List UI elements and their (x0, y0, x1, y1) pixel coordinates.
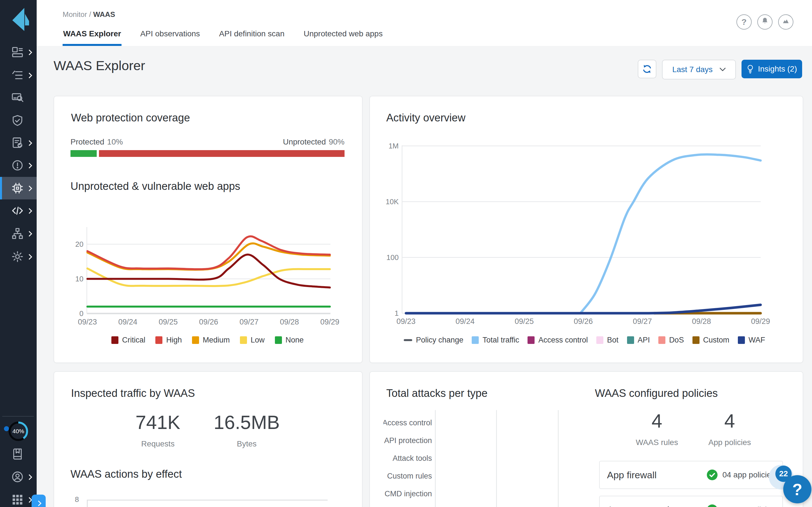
waas-rules-value: 4 (623, 410, 691, 432)
alert-circle-icon (11, 159, 24, 172)
bytes-stat: 16.5MB Bytes (207, 411, 286, 448)
svg-text:09/25: 09/25 (159, 318, 178, 326)
tab-api-definition-scan[interactable]: API definition scan (218, 27, 285, 46)
svg-text:09/29: 09/29 (751, 317, 770, 326)
app-policies-label: App policies (696, 438, 763, 447)
chevron-right-icon (27, 50, 32, 55)
legend-item-policy-change: Policy change (404, 336, 463, 344)
bytes-value: 16.5MB (207, 411, 286, 433)
page-title: WAAS Explorer (54, 58, 145, 73)
unprotected-label: Unprotected90% (283, 137, 345, 147)
svg-text:Access control: Access control (384, 418, 432, 427)
chevron-right-icon (27, 254, 32, 260)
prisma-cloud-logo[interactable] (8, 6, 29, 32)
lightbulb-icon (747, 64, 754, 74)
legend-item-bot: Bot (596, 336, 619, 344)
time-range-dropdown[interactable]: Last 7 days (662, 60, 736, 79)
legend-item-custom: Custom (693, 336, 729, 344)
tab-api-observations[interactable]: API observations (140, 27, 200, 46)
legend-swatch (596, 336, 603, 344)
svg-text:09/26: 09/26 (199, 318, 218, 326)
svg-text:09/27: 09/27 (239, 318, 259, 326)
card-title: Activity overview (386, 112, 465, 124)
refresh-button[interactable] (638, 60, 656, 78)
chevron-down-icon (719, 68, 726, 71)
legend-item-waf: WAF (738, 336, 765, 344)
time-range-value: Last 7 days (672, 65, 712, 74)
sidebar-item-alert-circle[interactable] (0, 154, 37, 177)
chevron-right-icon (27, 497, 32, 503)
policy-row-access-control[interactable]: Access control 01 app policies (599, 496, 783, 507)
bytes-label: Bytes (207, 439, 286, 448)
legend-swatch (658, 336, 665, 344)
sidebar-item-shield-check[interactable] (0, 109, 37, 132)
monitor-chart-button[interactable] (778, 14, 794, 30)
actions-chart-axis (87, 500, 88, 507)
breadcrumb-section[interactable]: Monitor (63, 10, 87, 18)
policies-title: WAAS configured policies (595, 387, 718, 399)
sidebar-item-search-window[interactable] (0, 86, 37, 109)
sidebar-expand-button[interactable] (32, 495, 46, 507)
svg-text:09/28: 09/28 (280, 318, 299, 326)
webapps-chart-legend: CriticalHighMediumLowNone (70, 336, 345, 344)
user-icon (11, 470, 24, 483)
network-icon (11, 227, 24, 240)
legend-swatch (527, 336, 535, 344)
breadcrumb: Monitor / WAAS (63, 10, 115, 19)
breadcrumb-separator: / (89, 10, 93, 18)
unprotected-segment (99, 150, 345, 157)
tab-unprotected-web-apps[interactable]: Unprotected web apps (303, 27, 383, 46)
sidebar-item-list[interactable] (0, 64, 37, 87)
bell-button[interactable] (757, 14, 772, 30)
legend-item-access-control: Access control (527, 336, 588, 344)
svg-text:10: 10 (75, 275, 84, 283)
chevron-right-icon (27, 163, 32, 168)
sidebar-item-book[interactable] (0, 443, 37, 465)
policy-row-app-firewall[interactable]: App firewall 04 app policies (599, 461, 783, 489)
tab-waas-explorer[interactable]: WAAS Explorer (63, 27, 121, 46)
actions-chart-title: WAAS actions by effect (70, 468, 182, 480)
sidebar-item-user[interactable] (0, 466, 37, 488)
waas-rules-label: WAAS rules (623, 438, 691, 447)
sidebar-item-code[interactable] (0, 200, 37, 222)
help-button[interactable]: ? (737, 14, 752, 30)
svg-text:09/29: 09/29 (320, 318, 340, 326)
legend-item-total-traffic: Total traffic (472, 336, 519, 344)
app-policies-stat: 4 App policies (696, 410, 763, 447)
book-icon (11, 448, 24, 460)
legend-swatch (240, 336, 247, 344)
usage-percent-label: 40% (7, 420, 30, 443)
sidebar-item-gear[interactable] (0, 245, 37, 268)
sidebar-item-report-check[interactable] (0, 131, 37, 154)
actions-chart-ytick: 8 (71, 495, 79, 504)
sidebar-item-chip[interactable] (0, 177, 37, 200)
sidebar: 40% (0, 0, 37, 507)
requests-stat: 741K Requests (118, 411, 197, 448)
coverage-bar (70, 150, 345, 157)
dashboard-icon (11, 46, 24, 59)
credits-usage-ring[interactable]: 40% (7, 420, 30, 443)
svg-text:09/23: 09/23 (396, 317, 416, 326)
chevron-right-icon (27, 208, 32, 214)
help-badge: 22 (775, 466, 792, 482)
chevron-right-icon (27, 231, 32, 237)
legend-swatch (627, 336, 634, 344)
legend-item-api: API (627, 336, 650, 344)
policy-label: Access control (607, 504, 669, 507)
svg-text:API protection: API protection (384, 436, 432, 445)
svg-text:0: 0 (80, 309, 84, 318)
legend-swatch (738, 336, 745, 344)
sidebar-item-dashboard[interactable] (0, 41, 37, 63)
sidebar-item-network[interactable] (0, 222, 37, 245)
actions-chart-gridline (87, 500, 327, 501)
topbar-actions: ? (737, 14, 794, 30)
report-check-icon (11, 136, 24, 149)
coverage-labels: Protected10% Unprotected90% (70, 137, 345, 147)
waas-rules-stat: 4 WAAS rules (623, 410, 691, 447)
sidebar-item-apps-grid[interactable] (0, 489, 37, 507)
protected-label: Protected10% (70, 137, 123, 147)
app-policies-value: 4 (696, 410, 763, 432)
policy-status: 04 app policies (707, 469, 775, 481)
insights-button[interactable]: Insights (2) (742, 60, 802, 78)
chevron-right-icon (27, 186, 32, 191)
